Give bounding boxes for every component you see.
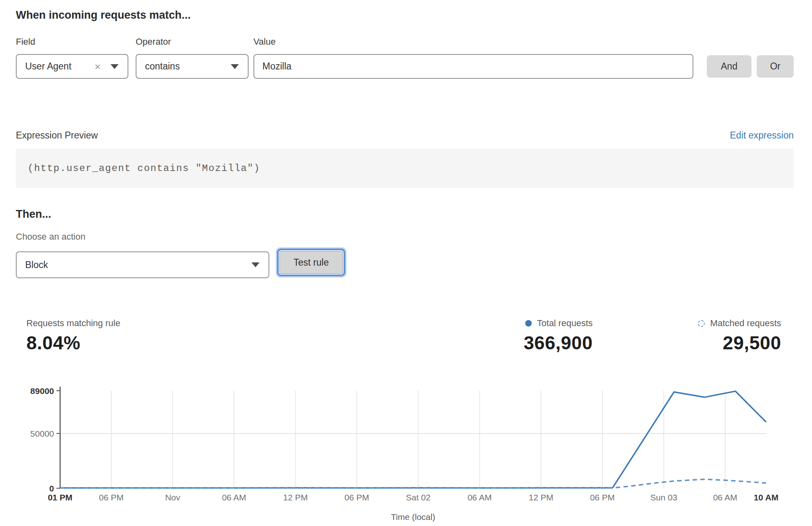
or-button[interactable]: Or (757, 55, 794, 78)
x-tick-label: 10 AM (754, 493, 778, 502)
operator-column-label: Operator (136, 37, 171, 47)
chevron-down-icon (231, 64, 239, 69)
x-tick-label: 06 PM (99, 493, 124, 502)
x-tick-label: 06 PM (344, 493, 369, 502)
expression-code-block: (http.user_agent contains "Mozilla") (16, 149, 794, 188)
x-tick-label: 12 PM (528, 493, 553, 502)
total-requests-line (60, 391, 766, 488)
expression-preview-label: Expression Preview (16, 130, 98, 141)
matching-rule-value: 8.04% (26, 332, 120, 354)
then-heading: Then... (16, 208, 51, 221)
chevron-down-icon (251, 262, 260, 267)
y-tick-label: 50000 (30, 429, 54, 438)
y-tick-label: 0 (49, 484, 54, 493)
matching-rule-stat: Requests matching rule 8.04% (26, 318, 120, 354)
action-select-value: Block (25, 260, 48, 271)
total-requests-stat: Total requests 366,900 (524, 318, 593, 354)
edit-expression-link[interactable]: Edit expression (730, 130, 794, 141)
and-button[interactable]: And (707, 55, 751, 78)
x-tick-label: Sat 02 (406, 493, 431, 502)
x-tick-label: Sun 03 (650, 493, 678, 502)
matching-rule-label: Requests matching rule (26, 318, 120, 329)
match-heading: When incoming requests match... (16, 9, 191, 22)
matched-requests-value: 29,500 (698, 332, 781, 354)
operator-select-value: contains (145, 61, 180, 72)
total-requests-label: Total requests (537, 318, 593, 329)
choose-action-label: Choose an action (16, 232, 85, 242)
rule-builder-section: When incoming requests match... Field Op… (0, 0, 812, 526)
matched-requests-stat: Matched requests 29,500 (698, 318, 781, 354)
matched-requests-legend-icon (698, 320, 705, 327)
total-requests-legend-icon (525, 320, 532, 327)
value-column-label: Value (253, 37, 276, 47)
expression-code: (http.user_agent contains "Mozilla") (16, 163, 260, 174)
x-tick-label: 06 PM (590, 493, 615, 502)
chevron-down-icon (110, 64, 119, 69)
y-tick-label: 89000 (30, 386, 54, 396)
x-tick-label: 12 PM (283, 493, 308, 502)
clear-field-icon[interactable]: × (95, 61, 101, 72)
x-tick-label: 01 PM (48, 493, 73, 502)
action-select[interactable]: Block (16, 251, 269, 278)
x-tick-label: 06 AM (468, 493, 492, 502)
requests-chart: 8900050000001 PM06 PMNov06 AM12 PM06 PMS… (0, 378, 812, 526)
x-tick-label: 06 AM (222, 493, 246, 502)
matched-requests-line (60, 479, 766, 488)
matched-requests-label: Matched requests (710, 318, 781, 329)
test-rule-button[interactable]: Test rule (279, 251, 343, 274)
field-select[interactable]: User Agent × (16, 54, 128, 79)
x-tick-label: 06 AM (713, 493, 737, 502)
total-requests-value: 366,900 (524, 332, 593, 354)
field-column-label: Field (16, 37, 35, 47)
field-select-value: User Agent (25, 61, 71, 72)
x-tick-label: Nov (165, 493, 180, 502)
x-axis-title: Time (local) (391, 512, 435, 522)
value-input[interactable] (253, 54, 693, 79)
operator-select[interactable]: contains (136, 54, 249, 79)
